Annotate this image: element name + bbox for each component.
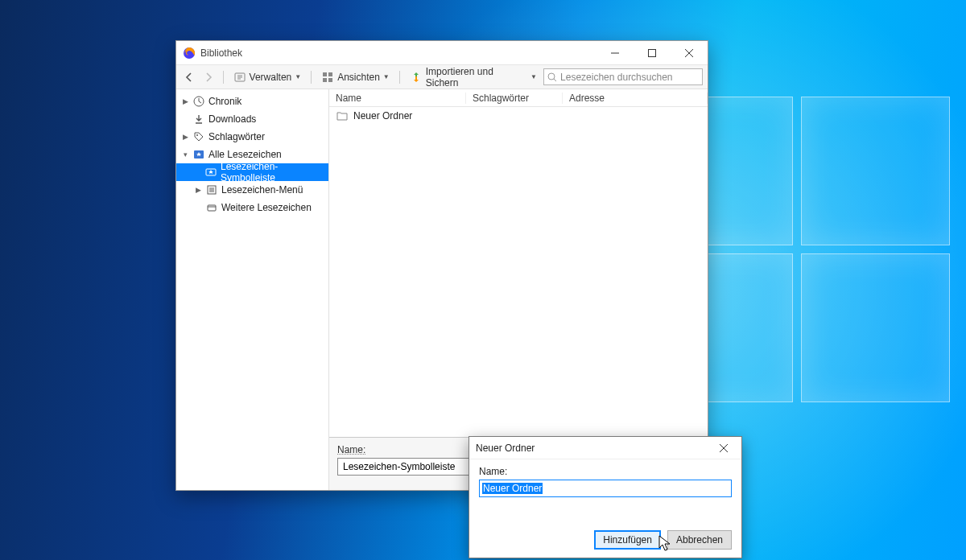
sidebar-item-other-bookmarks[interactable]: Weitere Lesezeichen — [176, 199, 328, 216]
separator — [311, 71, 312, 84]
svg-rect-13 — [208, 205, 216, 211]
sidebar-item-label: Lesezeichen-Symbolleiste — [221, 161, 328, 183]
manage-icon — [233, 71, 246, 84]
dialog-name-label: Name: — [479, 466, 732, 477]
sidebar-item-bookmarks-toolbar[interactable]: Lesezeichen-Symbolleiste — [176, 163, 328, 181]
expand-icon[interactable]: ▶ — [181, 97, 189, 105]
import-icon — [410, 71, 423, 84]
import-label: Importieren und Sichern — [426, 66, 527, 89]
cancel-button[interactable]: Abbrechen — [667, 530, 732, 550]
tag-icon — [192, 130, 205, 143]
search-input[interactable]: Lesezeichen durchsuchen — [543, 68, 703, 85]
column-header-address[interactable]: Adresse — [563, 93, 708, 104]
bookmark-toolbar-icon — [205, 166, 217, 179]
import-menu[interactable]: Importieren und Sichern ▼ — [407, 64, 540, 90]
sidebar-item-label: Chronik — [208, 96, 242, 107]
views-menu[interactable]: Ansichten ▼ — [318, 69, 393, 85]
dropdown-icon: ▼ — [295, 73, 301, 80]
forward-button[interactable] — [200, 69, 217, 85]
sidebar-item-label: Weitere Lesezeichen — [221, 202, 312, 213]
dropdown-icon: ▼ — [383, 73, 390, 80]
clock-icon — [192, 95, 205, 108]
sidebar-item-bookmarks-menu[interactable]: ▶ Lesezeichen-Menü — [176, 181, 328, 199]
item-list[interactable]: Neuer Ordner — [329, 107, 708, 437]
minimize-button[interactable] — [597, 41, 634, 65]
dropdown-icon: ▼ — [530, 73, 537, 80]
close-button[interactable] — [671, 41, 708, 65]
list-item-label: Neuer Ordner — [353, 110, 412, 121]
bookmark-other-icon — [205, 201, 218, 214]
add-button[interactable]: Hinzufügen — [594, 530, 661, 550]
sidebar-item-label: Schlagwörter — [208, 131, 265, 142]
details-name-label: Name: — [337, 444, 365, 455]
svg-rect-5 — [323, 78, 327, 82]
cancel-button-label: Abbrechen — [676, 534, 723, 546]
manage-label: Verwalten — [250, 72, 292, 83]
sidebar: ▶ Chronik Downloads ▶ Schlagwörter — [176, 89, 329, 490]
svg-rect-6 — [328, 78, 332, 82]
firefox-icon — [183, 47, 196, 60]
toolbar: Verwalten ▼ Ansichten ▼ Importieren und … — [176, 65, 708, 89]
views-icon — [321, 71, 334, 84]
collapse-icon[interactable]: ▾ — [181, 150, 189, 159]
list-item[interactable]: Neuer Ordner — [329, 107, 708, 124]
sidebar-item-history[interactable]: ▶ Chronik — [176, 93, 328, 110]
back-button[interactable] — [181, 69, 197, 85]
sidebar-item-label: Downloads — [208, 113, 256, 125]
svg-point-7 — [548, 73, 555, 80]
sidebar-item-label: Lesezeichen-Menü — [221, 184, 303, 196]
new-folder-dialog: Neuer Ordner Name: Neuer Ordner Hinzufüg… — [469, 436, 742, 558]
search-icon — [547, 72, 557, 82]
svg-point-9 — [196, 134, 198, 136]
dialog-title: Neuer Ordner — [476, 443, 712, 454]
column-header-tags[interactable]: Schlagwörter — [466, 93, 563, 104]
svg-rect-3 — [323, 72, 327, 76]
titlebar[interactable]: Bibliothek — [176, 41, 708, 65]
add-button-label: Hinzufügen — [603, 534, 652, 546]
column-headers: Name Schlagwörter Adresse — [329, 89, 708, 107]
separator — [399, 71, 400, 84]
bookmark-group-icon — [192, 148, 205, 161]
separator — [223, 71, 224, 84]
svg-rect-4 — [328, 72, 332, 76]
column-header-name[interactable]: Name — [329, 93, 466, 104]
expand-icon[interactable]: ▶ — [181, 133, 189, 141]
window-title: Bibliothek — [200, 47, 597, 59]
dialog-name-input[interactable] — [479, 480, 732, 497]
maximize-button[interactable] — [634, 41, 671, 65]
svg-rect-1 — [649, 49, 656, 56]
sidebar-item-label: Alle Lesezeichen — [208, 149, 282, 160]
library-window: Bibliothek Verwalten ▼ — [175, 40, 708, 491]
folder-icon — [336, 109, 349, 122]
sidebar-item-downloads[interactable]: Downloads — [176, 110, 328, 128]
dialog-titlebar[interactable]: Neuer Ordner — [469, 437, 741, 459]
views-label: Ansichten — [337, 72, 380, 83]
expand-icon[interactable]: ▶ — [194, 186, 202, 194]
search-placeholder: Lesezeichen durchsuchen — [560, 72, 672, 83]
download-icon — [192, 113, 205, 126]
bookmark-menu-icon — [205, 183, 218, 196]
content-area: Name Schlagwörter Adresse Neuer Ordner N… — [329, 89, 708, 490]
sidebar-item-tags[interactable]: ▶ Schlagwörter — [176, 128, 328, 146]
manage-menu[interactable]: Verwalten ▼ — [230, 69, 305, 85]
dialog-close-button[interactable] — [712, 437, 735, 459]
